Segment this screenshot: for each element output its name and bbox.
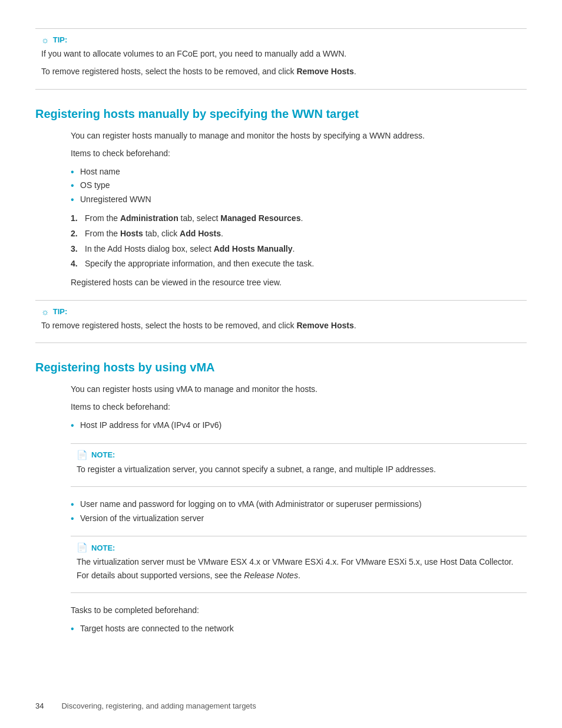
tip-box-2: ☼ TIP: To remove registered hosts, selec… xyxy=(35,300,527,343)
section2-tasks-intro: Tasks to be completed beforehand: xyxy=(71,604,527,617)
list-item: User name and password for logging on to… xyxy=(71,498,527,512)
footer-description: Discovering, registering, and adding man… xyxy=(61,701,256,710)
section2-items-intro: Items to check beforehand: xyxy=(71,400,527,413)
tip1-line1: If you want to allocate volumes to an FC… xyxy=(41,47,527,60)
section1-intro: You can register hosts manually to manag… xyxy=(71,129,527,142)
tip-icon-1: ☼ xyxy=(41,35,49,45)
section2-intro: You can register hosts using vMA to mana… xyxy=(71,383,527,396)
section2-bullets3: Target hosts are connected to the networ… xyxy=(71,622,527,636)
section2-bullets1: Host IP address for vMA (IPv4 or IPv6) xyxy=(71,419,527,433)
note-icon-2: 📄 xyxy=(77,542,88,553)
note1-line: To register a virtualization server, you… xyxy=(77,463,527,476)
page-footer: 34 Discovering, registering, and adding … xyxy=(35,701,256,710)
note-box-1: 📄 NOTE: To register a virtualization ser… xyxy=(71,443,527,487)
note-box-2: 📄 NOTE: The virtualization server must b… xyxy=(71,536,527,593)
list-item: Target hosts are connected to the networ… xyxy=(71,622,527,636)
section2-bullets2: User name and password for logging on to… xyxy=(71,498,527,526)
page-number: 34 xyxy=(35,701,44,710)
list-item: Host name xyxy=(71,165,527,179)
list-item: Host IP address for vMA (IPv4 or IPv6) xyxy=(71,419,527,433)
tip-label-2: ☼ TIP: xyxy=(41,307,527,317)
section1-bullets: Host name OS type Unregistered WWN xyxy=(71,165,527,207)
list-item: Specify the appropriate information, and… xyxy=(71,257,527,271)
section1-heading: Registering hosts manually by specifying… xyxy=(35,107,527,121)
section1-outro: Registered hosts can be viewed in the re… xyxy=(71,276,527,289)
tip-box-1: ☼ TIP: If you want to allocate volumes t… xyxy=(35,28,527,90)
tip2-line: To remove registered hosts, select the h… xyxy=(41,319,527,332)
note-icon-1: 📄 xyxy=(77,450,88,460)
list-item: From the Hosts tab, click Add Hosts. xyxy=(71,227,527,241)
tip1-line2: To remove registered hosts, select the h… xyxy=(41,65,527,78)
list-item: OS type xyxy=(71,179,527,193)
tip-icon-2: ☼ xyxy=(41,307,49,317)
list-item: In the Add Hosts dialog box, select Add … xyxy=(71,242,527,256)
tip-label-1: ☼ TIP: xyxy=(41,35,527,45)
note-label-1: 📄 NOTE: xyxy=(77,450,527,460)
section1-content: You can register hosts manually to manag… xyxy=(71,129,527,289)
note2-line: The virtualization server must be VMware… xyxy=(77,555,527,582)
section1-items-intro: Items to check beforehand: xyxy=(71,147,527,160)
note-label-2: 📄 NOTE: xyxy=(77,542,527,553)
list-item: Version of the virtualization server xyxy=(71,512,527,526)
list-item: Unregistered WWN xyxy=(71,193,527,207)
section2-content: You can register hosts using vMA to mana… xyxy=(71,383,527,636)
section2-heading: Registering hosts by using vMA xyxy=(35,361,527,374)
list-item: From the Administration tab, select Mana… xyxy=(71,212,527,226)
section1-steps: From the Administration tab, select Mana… xyxy=(71,212,527,271)
